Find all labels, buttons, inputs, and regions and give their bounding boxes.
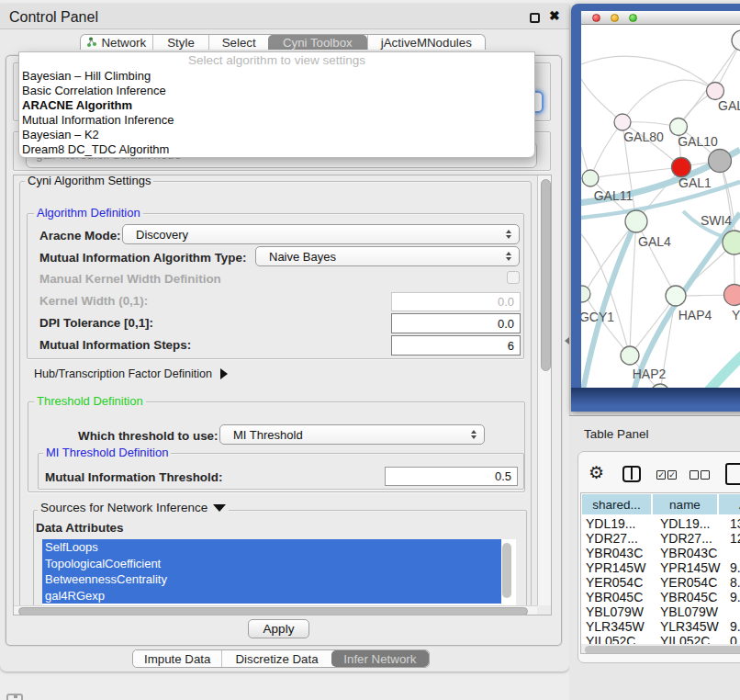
algorithm-option[interactable]: Bayesian – Hill Climbing <box>19 69 534 84</box>
float-window-icon[interactable] <box>530 13 540 23</box>
mi-threshold-field[interactable]: 0.5 <box>385 467 518 486</box>
mi-threshold-value: 0.5 <box>495 469 511 483</box>
table-h-scrollbar[interactable] <box>581 644 740 654</box>
attributes-scrollbar[interactable] <box>502 543 511 598</box>
mi-type-combo[interactable]: Naive Bayes <box>255 246 520 266</box>
bottom-tab-discretize-data[interactable]: Discretize Data <box>221 650 331 667</box>
zoom-traffic-light[interactable] <box>629 14 637 22</box>
columns-icon[interactable] <box>622 466 641 482</box>
table-row[interactable]: YBR043CYBR043C <box>581 546 740 560</box>
control-panel-tabbar: NetworkStyleSelectCyni ToolboxjActiveMNo… <box>80 34 486 50</box>
network-node-hap2[interactable] <box>621 346 639 365</box>
hub-definition-label: Hub/Transcription Factor Definition <box>34 367 212 380</box>
steps-value: 6 <box>508 339 514 353</box>
dpi-field[interactable]: 0.0 <box>391 313 521 333</box>
h-scrollbar[interactable] <box>14 605 537 615</box>
cell: YPR145W <box>660 560 726 575</box>
table-row[interactable]: YDR27...YDR27...12 <box>581 531 740 546</box>
algorithm-option[interactable]: Bayesian – K2 <box>19 128 534 142</box>
gear-icon[interactable]: ⚙ <box>589 462 604 483</box>
network-node-gal4[interactable] <box>625 210 647 232</box>
tab-select[interactable]: Select <box>208 35 268 50</box>
table-row[interactable]: YLR345WYLR345W9. <box>581 619 740 634</box>
kernel-width-field[interactable]: 0.0 <box>391 292 521 311</box>
network-node-swi4[interactable] <box>723 231 740 254</box>
tab-network[interactable]: Network <box>81 35 152 50</box>
network-node-gal80[interactable] <box>614 114 631 130</box>
algorithm-option[interactable]: ARACNE Algorithm <box>19 98 534 113</box>
cell: YER054C <box>586 575 652 590</box>
document-icon[interactable] <box>725 463 740 485</box>
panel-corner-icon[interactable] <box>6 694 23 700</box>
table-row[interactable]: YDL19...YDL19...13 <box>581 516 740 531</box>
column-header-0[interactable]: shared... <box>582 494 651 514</box>
which-threshold-combo[interactable]: MI Threshold <box>219 424 485 445</box>
algorithm-option[interactable]: Basic Correlation Inference <box>19 84 534 98</box>
close-traffic-light[interactable] <box>592 14 600 22</box>
network-node-gcy1[interactable] <box>581 286 590 302</box>
attributes-list[interactable]: SelfLoopsTopologicalCoefficientBetweenne… <box>42 539 516 615</box>
splitter-collapse-icon[interactable] <box>565 337 569 344</box>
cell: YBR045C <box>586 590 652 604</box>
v-scrollbar[interactable] <box>537 175 552 605</box>
table-row[interactable]: YER054CYER054C8. <box>581 575 740 590</box>
tab-cyni-toolbox[interactable]: Cyni Toolbox <box>268 35 367 50</box>
aracne-mode-combo[interactable]: Discovery <box>122 224 520 244</box>
apply-button[interactable]: Apply <box>248 619 309 638</box>
table-h-scrollbar-thumb[interactable] <box>585 646 740 654</box>
tab-style[interactable]: Style <box>152 35 209 50</box>
node-table: shared...nameAvera YDL19...YDL19...13YDR… <box>580 492 740 654</box>
network-node-gal2[interactable] <box>707 83 724 100</box>
table-row[interactable]: YBL079WYBL079W <box>581 604 740 619</box>
aracne-mode-label: Aracne Mode: <box>39 229 121 243</box>
algorithm-option[interactable]: Mutual Information Inference <box>19 113 534 128</box>
bottom-tab-infer-network[interactable]: Infer Network <box>331 650 429 667</box>
h-scrollbar-thumb[interactable] <box>18 607 528 615</box>
network-canvas[interactable]: GAL2GAL80GAL10GAL1GAL11GAL4SWI4HAP4YGCY1… <box>581 25 740 388</box>
mi-type-label: Mutual Information Algorithm Type: <box>39 251 246 265</box>
deselect-all-icon2[interactable] <box>701 470 710 480</box>
cell: YER054C <box>660 575 726 590</box>
algorithm-option[interactable]: Dream8 DC_TDC Algorithm <box>19 142 534 157</box>
node-label: GAL80 <box>623 130 664 144</box>
column-header-1[interactable]: name <box>653 494 717 514</box>
network-node-gal10[interactable] <box>670 119 688 136</box>
data-attribute-item[interactable]: gal4RGexp <box>42 588 501 604</box>
network-node-y[interactable] <box>724 285 740 306</box>
network-node[interactable] <box>732 30 740 51</box>
sources-toggle[interactable]: Sources for Network Inference <box>38 501 229 514</box>
bottom-tab-impute-data[interactable]: Impute Data <box>133 650 221 667</box>
data-attribute-item[interactable]: BetweennessCentrality <box>42 571 501 588</box>
network-node-hap4[interactable] <box>666 286 686 306</box>
select-all-icon[interactable]: ✓ <box>656 470 666 480</box>
hub-definition-toggle[interactable]: Hub/Transcription Factor Definition <box>34 367 228 380</box>
data-attribute-item[interactable]: SelfLoops <box>42 539 501 556</box>
close-icon[interactable]: ✖ <box>549 8 560 23</box>
algorithm-definition-title: Algorithm Definition <box>34 208 143 219</box>
tab-label: jActiveMNodules <box>381 36 472 50</box>
settings-scrollpane: Cyni Algorithm Settings Algorithm Defini… <box>13 175 552 615</box>
deselect-all-icon[interactable] <box>690 470 699 480</box>
data-attribute-item[interactable]: TopologicalCoefficient <box>42 556 501 572</box>
select-all-icon2[interactable]: ✓ <box>667 470 677 480</box>
network-edge <box>636 221 676 296</box>
network-node-gal1[interactable] <box>672 158 691 177</box>
cell: YPR145W <box>586 560 652 575</box>
tab-label: Network <box>101 36 146 50</box>
manual-kernel-checkbox[interactable] <box>507 271 520 284</box>
minimize-traffic-light[interactable] <box>611 14 619 22</box>
tab-jactivemnodules[interactable]: jActiveMNodules <box>367 35 485 50</box>
network-node[interactable] <box>709 150 732 173</box>
steps-field[interactable]: 6 <box>391 335 521 356</box>
network-node-gal11[interactable] <box>582 170 599 186</box>
table-row[interactable]: YBR045CYBR045C9. <box>581 590 740 604</box>
column-header-2[interactable]: Avera <box>719 494 740 514</box>
table-row[interactable]: YPR145WYPR145W9. <box>581 560 740 575</box>
cell: YLR345W <box>586 619 652 634</box>
control-panel-titlebar: Control Panel ✖ <box>0 4 569 29</box>
v-scrollbar-thumb[interactable] <box>541 179 551 371</box>
sources-title: Sources for Network Inference <box>40 501 207 514</box>
node-label: HAP2 <box>633 367 667 381</box>
threshold-definition-title: Threshold Definition <box>34 396 146 407</box>
cell: YBL079W <box>660 604 726 619</box>
